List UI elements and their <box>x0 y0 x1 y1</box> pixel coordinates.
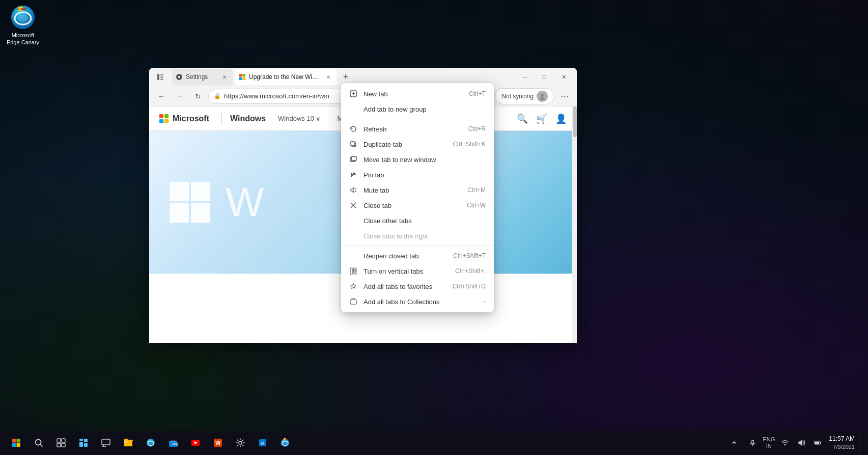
pin-label: Pin tab <box>363 171 486 179</box>
mic-tray-button[interactable] <box>745 436 760 450</box>
svg-point-10 <box>178 76 180 78</box>
svg-rect-14 <box>243 77 246 81</box>
search-taskbar-button[interactable] <box>29 433 49 453</box>
file-explorer-button[interactable] <box>118 433 138 453</box>
language-indicator[interactable]: ENGIN <box>762 436 776 450</box>
search-icon[interactable]: 🔍 <box>517 113 528 124</box>
menu-item-duplicate[interactable]: Duplicate tab Ctrl+Shift+K <box>341 137 494 152</box>
close-tab-icon <box>349 201 357 209</box>
menu-item-mute[interactable]: Mute tab Ctrl+M <box>341 182 494 198</box>
forward-button[interactable]: → <box>172 88 188 104</box>
cart-icon[interactable]: 🛒 <box>536 113 547 124</box>
close-button[interactable]: ✕ <box>554 70 573 84</box>
svg-point-60 <box>239 441 242 444</box>
windows-hero-text: W <box>226 182 264 223</box>
menu-item-close-right: Close tabs to the right <box>341 228 494 244</box>
svg-text:CAN: CAN <box>284 439 288 441</box>
vertical-tabs-icon <box>349 267 357 275</box>
ms-nav-title: Windows <box>230 114 266 123</box>
maximize-button[interactable]: □ <box>535 70 553 84</box>
refresh-label: Refresh <box>363 125 462 133</box>
menu-item-add-collections[interactable]: Add all tabs to Collections › <box>341 294 494 309</box>
move-window-icon <box>349 155 357 164</box>
svg-rect-37 <box>12 443 16 447</box>
system-clock[interactable]: 11:57 AM 7/9/2021 <box>829 435 855 450</box>
battery-tray-button[interactable] <box>810 436 825 450</box>
menu-item-new-tab[interactable]: New tab Ctrl+T <box>341 86 494 101</box>
windows-tab-close[interactable]: ✕ <box>324 73 332 81</box>
tab-settings[interactable]: Settings ✕ <box>172 69 233 85</box>
new-tab-button[interactable]: + <box>339 70 353 84</box>
windows-tab-title: Upgrade to the New Windows 1 <box>249 73 321 81</box>
vertical-tabs-toggle[interactable] <box>153 70 167 84</box>
mute-shortcut: Ctrl+M <box>467 186 486 194</box>
store-button[interactable]: Shop <box>163 433 183 453</box>
taskbar-left: Shop W ⚙ <box>6 433 295 453</box>
svg-rect-5 <box>157 74 159 80</box>
svg-text:⚙: ⚙ <box>260 441 264 446</box>
widgets-button[interactable] <box>73 433 94 453</box>
user-icon[interactable]: 👤 <box>555 113 567 124</box>
minimize-button[interactable]: ─ <box>516 70 534 84</box>
menu-item-add-group[interactable]: Add tab to new group <box>341 101 494 117</box>
youtube-button[interactable] <box>185 433 206 453</box>
tab-windows-upgrade[interactable]: Upgrade to the New Windows 1 ✕ <box>235 69 337 85</box>
ms-logo-text: Microsoft <box>173 114 209 123</box>
reopen-label: Reopen closed tab <box>363 252 447 260</box>
new-tab-label: New tab <box>363 90 463 98</box>
task-view-button[interactable] <box>51 433 71 453</box>
menu-item-close-tab[interactable]: Close tab Ctrl+W <box>341 198 494 213</box>
svg-rect-11 <box>239 74 242 77</box>
back-button[interactable]: ← <box>153 88 170 104</box>
menu-item-move-window[interactable]: Move tab to new window <box>341 152 494 167</box>
more-options-button[interactable]: ⋯ <box>556 88 573 104</box>
windows-tab-favicon <box>239 73 246 81</box>
close-right-icon <box>349 232 357 240</box>
menu-item-pin[interactable]: Pin tab <box>341 167 494 182</box>
mute-label: Mute tab <box>363 186 461 194</box>
chat-button[interactable] <box>96 433 116 453</box>
svg-rect-32 <box>353 271 356 272</box>
svg-rect-47 <box>79 442 83 447</box>
menu-item-vertical-tabs[interactable]: Turn on vertical tabs Ctrl+Shift+, <box>341 263 494 279</box>
svg-marker-70 <box>799 440 802 445</box>
edge-taskbar-button[interactable] <box>141 433 161 453</box>
menu-item-reopen[interactable]: Reopen closed tab Ctrl+Shift+T <box>341 248 494 263</box>
settings-taskbar-button[interactable] <box>230 433 250 453</box>
edge-canary-taskbar-button[interactable]: CAN <box>275 433 295 453</box>
vertical-tabs-shortcut: Ctrl+Shift+, <box>455 267 486 275</box>
not-syncing-button[interactable]: Not syncing <box>495 88 554 104</box>
svg-rect-42 <box>62 439 65 442</box>
start-button[interactable] <box>6 433 26 453</box>
settings-tab-close[interactable]: ✕ <box>220 73 229 81</box>
svg-rect-67 <box>751 440 753 444</box>
menu-item-refresh[interactable]: Refresh Ctrl+R <box>341 121 494 137</box>
network-tray-button[interactable] <box>778 436 792 450</box>
svg-rect-31 <box>353 268 356 270</box>
volume-tray-button[interactable] <box>794 436 808 450</box>
add-group-label: Add tab to new group <box>363 105 486 113</box>
mute-icon <box>349 186 357 194</box>
collections-arrow: › <box>484 299 486 305</box>
menu-item-close-other[interactable]: Close other tabs <box>341 213 494 228</box>
taskbar: Shop W ⚙ <box>0 431 868 455</box>
scroll-bar[interactable] <box>572 106 577 343</box>
show-desktop-button[interactable] <box>859 433 862 453</box>
svg-rect-30 <box>350 268 352 274</box>
svg-rect-49 <box>102 439 110 445</box>
svg-marker-24 <box>351 188 354 193</box>
duplicate-icon <box>349 140 357 148</box>
menu-item-add-favorites[interactable]: Add all tabs to favorites Ctrl+Shift+D <box>341 279 494 294</box>
scroll-thumb[interactable] <box>573 106 577 137</box>
tray-expand-button[interactable] <box>727 436 741 450</box>
desktop-icon-label: Microsoft Edge Canary <box>5 32 41 46</box>
winget-button[interactable]: ⚙ <box>253 433 273 453</box>
vertical-tabs-label: Turn on vertical tabs <box>363 267 449 275</box>
office-button[interactable]: W <box>208 433 228 453</box>
desktop-icon-edge-canary[interactable]: CAN Microsoft Edge Canary <box>5 5 41 46</box>
svg-rect-51 <box>124 441 128 443</box>
refresh-button[interactable]: ↻ <box>190 88 206 104</box>
svg-text:W: W <box>215 440 221 446</box>
tray-icons: ENGIN <box>745 436 825 450</box>
ms-nav-windows10-link[interactable]: Windows 10 ∨ <box>274 113 325 124</box>
